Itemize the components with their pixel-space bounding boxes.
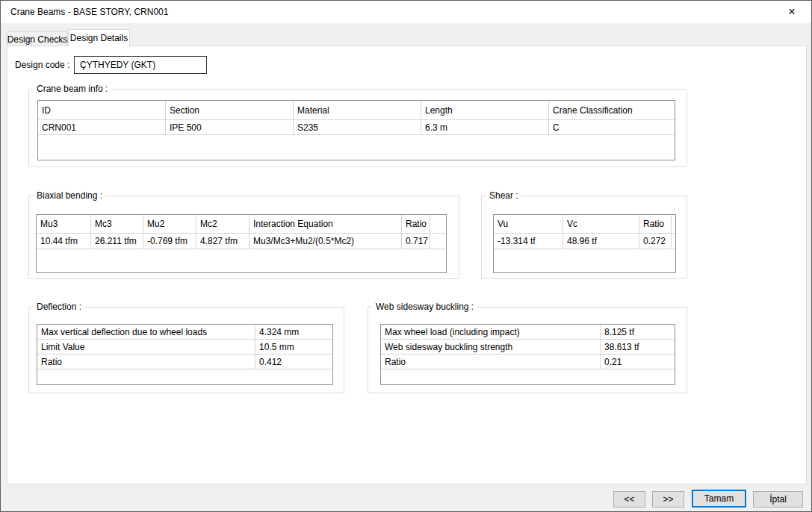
cell-section: IPE 500 <box>166 120 294 134</box>
header-vu: Vu <box>494 215 563 233</box>
header-interaction-equation: Interaction Equation <box>250 215 402 233</box>
biaxial-bending-group: Biaxial bending : Mu3 Mc3 Mu2 Mc2 Intera… <box>28 196 459 279</box>
deflection-group: Deflection : Max vertical deflection due… <box>28 307 344 393</box>
row-value: 38.613 tf <box>601 340 675 354</box>
row-label: Max vertical deflection due to wheel loa… <box>37 325 255 339</box>
table-row[interactable]: Max vertical deflection due to wheel loa… <box>37 325 332 340</box>
deflection-table: Max vertical deflection due to wheel loa… <box>37 324 333 385</box>
crane-beam-info-group: Crane beam info : ID Section Material Le… <box>28 89 687 167</box>
table-header-row: Vu Vc Ratio <box>494 215 675 234</box>
tab-design-checks-label: Design Checks <box>7 34 68 45</box>
cell-mc2: 4.827 tfm <box>196 234 250 249</box>
cell-id: CRN001 <box>38 120 166 134</box>
title-bar[interactable]: Crane Beams - BASE STORY, CRN001 × <box>1 1 811 23</box>
web-sidesway-buckling-group: Web sidesway buckling : Max wheel load (… <box>368 307 687 393</box>
row-value: 4.324 mm <box>255 325 332 339</box>
cell-vu: -13.314 tf <box>494 234 563 249</box>
table-row[interactable]: Web sidesway buckling strength 38.613 tf <box>381 340 675 355</box>
shear-group: Shear : Vu Vc Ratio -13.314 tf 48.96 tf … <box>481 196 687 279</box>
table-header-row: Mu3 Mc3 Mu2 Mc2 Interaction Equation Rat… <box>37 215 446 234</box>
header-mc3: Mc3 <box>91 215 143 233</box>
web-sidesway-buckling-table: Max wheel load (including impact) 8.125 … <box>380 324 675 385</box>
cell-crane-classification: C <box>549 120 675 134</box>
table-row[interactable]: Ratio 0.412 <box>37 355 332 369</box>
header-section: Section <box>166 101 294 119</box>
cell-mu3: 10.44 tfm <box>37 234 91 249</box>
header-length: Length <box>421 101 549 119</box>
header-mu3: Mu3 <box>37 215 91 233</box>
header-ratio: Ratio <box>402 215 430 233</box>
cancel-button[interactable]: İptal <box>753 491 803 508</box>
biaxial-bending-table: Mu3 Mc3 Mu2 Mc2 Interaction Equation Rat… <box>36 214 447 273</box>
crane-beam-info-title: Crane beam info : <box>34 84 111 94</box>
tab-design-details-label: Design Details <box>70 33 128 43</box>
row-value: 0.21 <box>601 355 675 369</box>
cell-mu2: -0.769 tfm <box>143 234 196 249</box>
row-label: Web sidesway buckling strength <box>381 340 601 354</box>
cell-filler <box>672 234 675 249</box>
cell-vc: 48.96 tf <box>563 234 639 249</box>
design-details-page: Design code : Crane beam info : ID Secti… <box>7 46 807 484</box>
table-row[interactable]: -13.314 tf 48.96 tf 0.272 <box>494 234 675 249</box>
header-id: ID <box>38 101 166 119</box>
cell-material: S235 <box>294 120 421 134</box>
cell-mc3: 26.211 tfm <box>91 234 143 249</box>
row-label: Max wheel load (including impact) <box>381 325 601 339</box>
header-material: Material <box>294 101 421 119</box>
cell-interaction-equation: Mu3/Mc3+Mu2/(0.5*Mc2) <box>250 234 402 249</box>
row-value: 8.125 tf <box>601 325 675 339</box>
shear-table: Vu Vc Ratio -13.314 tf 48.96 tf 0.272 <box>493 214 676 273</box>
close-icon[interactable]: × <box>778 3 805 21</box>
header-mc2: Mc2 <box>196 215 250 233</box>
row-label: Ratio <box>37 355 255 369</box>
table-row[interactable]: Limit Value 10.5 mm <box>37 340 332 355</box>
table-row[interactable]: 10.44 tfm 26.211 tfm -0.769 tfm 4.827 tf… <box>37 234 446 249</box>
window-title: Crane Beams - BASE STORY, CRN001 <box>10 7 168 17</box>
row-label: Ratio <box>381 355 601 369</box>
deflection-title: Deflection : <box>34 302 84 312</box>
table-row[interactable]: Ratio 0.21 <box>381 355 675 369</box>
header-crane-classification: Crane Classification <box>549 101 675 119</box>
table-row[interactable]: CRN001 IPE 500 S235 6.3 m C <box>38 120 675 135</box>
header-filler <box>430 215 446 233</box>
row-label: Limit Value <box>37 340 255 354</box>
design-code-input[interactable] <box>74 56 207 74</box>
cell-filler <box>430 234 446 249</box>
header-filler <box>672 215 675 233</box>
crane-beam-info-table: ID Section Material Length Crane Classif… <box>37 100 675 160</box>
crane-beams-dialog: Crane Beams - BASE STORY, CRN001 × Desig… <box>0 0 812 512</box>
row-value: 10.5 mm <box>255 340 332 354</box>
row-value: 0.412 <box>255 355 332 369</box>
cell-length: 6.3 m <box>421 120 549 134</box>
ok-button[interactable]: Tamam <box>692 490 746 508</box>
design-code-label: Design code : <box>15 60 69 70</box>
cell-ratio: 0.717 <box>402 234 430 249</box>
previous-button[interactable]: << <box>613 491 645 508</box>
biaxial-bending-title: Biaxial bending : <box>34 190 105 201</box>
table-header-row: ID Section Material Length Crane Classif… <box>38 101 675 120</box>
header-mu2: Mu2 <box>143 215 196 233</box>
shear-title: Shear : <box>486 190 521 201</box>
tab-design-checks[interactable]: Design Checks <box>7 31 68 46</box>
cell-ratio: 0.272 <box>639 234 672 249</box>
header-ratio: Ratio <box>639 215 672 233</box>
next-button[interactable]: >> <box>652 491 684 508</box>
header-vc: Vc <box>563 215 639 233</box>
table-row[interactable]: Max wheel load (including impact) 8.125 … <box>381 325 675 340</box>
tab-design-details[interactable]: Design Details <box>68 29 130 46</box>
web-sidesway-buckling-title: Web sidesway buckling : <box>373 302 477 312</box>
